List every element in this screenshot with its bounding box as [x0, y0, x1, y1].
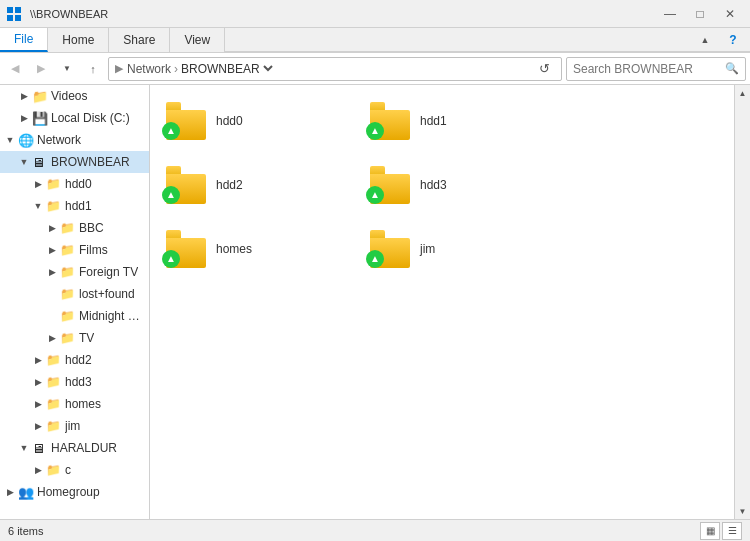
- file-item-jim[interactable]: ▲ jim: [362, 221, 562, 277]
- folder-icon-hdd2: ▲: [166, 166, 208, 204]
- right-scrollbar: ▲ ▼: [734, 85, 750, 519]
- folder-icon-hdd1: ▲: [370, 102, 412, 140]
- up-button[interactable]: ↑: [82, 58, 104, 80]
- path-arrow: ▶: [115, 62, 123, 75]
- sidebar-item-hdd1[interactable]: ▼ 📁 hdd1: [0, 195, 149, 217]
- file-area: ▲ hdd0 ▲ hdd1 ▲ hdd2: [150, 85, 734, 519]
- toggle-tv[interactable]: ▶: [44, 333, 60, 343]
- sidebar-item-midnightsun[interactable]: ▶ 📁 Midnight Sun: [0, 305, 149, 327]
- toggle-homegroup[interactable]: ▶: [2, 487, 18, 497]
- sidebar-item-jim[interactable]: ▶ 📁 jim: [0, 415, 149, 437]
- sidebar: ▶ 📁 Videos ▶ 💾 Local Disk (C:) ▼ 🌐 Netwo…: [0, 85, 150, 519]
- toggle-hdd1[interactable]: ▼: [30, 201, 46, 211]
- refresh-button[interactable]: ↺: [533, 58, 555, 80]
- sidebar-item-localdisk[interactable]: ▶ 💾 Local Disk (C:): [0, 107, 149, 129]
- homegroup-icon: 👥: [18, 485, 34, 500]
- toggle-foreigntv[interactable]: ▶: [44, 267, 60, 277]
- view-buttons: ▦ ☰: [700, 522, 742, 540]
- bbc-icon: 📁: [60, 221, 76, 235]
- file-label-hdd2: hdd2: [216, 178, 243, 192]
- sidebar-label-localdisk: Local Disk (C:): [51, 111, 130, 125]
- file-item-hdd2[interactable]: ▲ hdd2: [158, 157, 358, 213]
- file-item-homes[interactable]: ▲ homes: [158, 221, 358, 277]
- tab-file[interactable]: File: [0, 28, 48, 52]
- file-item-hdd1[interactable]: ▲ hdd1: [362, 93, 562, 149]
- main-area: ▶ 📁 Videos ▶ 💾 Local Disk (C:) ▼ 🌐 Netwo…: [0, 85, 750, 519]
- forward-button[interactable]: ▶: [30, 58, 52, 80]
- file-label-hdd3: hdd3: [420, 178, 447, 192]
- scroll-track: [735, 101, 751, 503]
- foreigntv-icon: 📁: [60, 265, 76, 279]
- sidebar-item-network[interactable]: ▼ 🌐 Network: [0, 129, 149, 151]
- help-button[interactable]: ?: [722, 29, 744, 51]
- sidebar-item-hdd2[interactable]: ▶ 📁 hdd2: [0, 349, 149, 371]
- sidebar-item-homes[interactable]: ▶ 📁 homes: [0, 393, 149, 415]
- breadcrumb-network[interactable]: Network: [127, 62, 171, 76]
- sidebar-item-lostfound[interactable]: ▶ 📁 lost+found: [0, 283, 149, 305]
- toggle-localdisk[interactable]: ▶: [16, 113, 32, 123]
- sidebar-label-tv: TV: [79, 331, 94, 345]
- file-label-jim: jim: [420, 242, 435, 256]
- sidebar-label-jim: jim: [65, 419, 80, 433]
- details-view-button[interactable]: ☰: [722, 522, 742, 540]
- sidebar-item-tv[interactable]: ▶ 📁 TV: [0, 327, 149, 349]
- address-path-container[interactable]: ▶ Network › BROWNBEAR ▼ ↺: [108, 57, 562, 81]
- sidebar-item-videos[interactable]: ▶ 📁 Videos: [0, 85, 149, 107]
- toggle-hdd3[interactable]: ▶: [30, 377, 46, 387]
- search-icon: 🔍: [725, 62, 739, 75]
- window-title: \\BROWNBEAR: [30, 8, 108, 20]
- sidebar-item-films[interactable]: ▶ 📁 Films: [0, 239, 149, 261]
- recent-locations-button[interactable]: ▼: [56, 58, 78, 80]
- toggle-jim[interactable]: ▶: [30, 421, 46, 431]
- c-icon: 📁: [46, 463, 62, 477]
- folder-icon-homes: ▲: [166, 230, 208, 268]
- scroll-down-button[interactable]: ▼: [735, 503, 751, 519]
- breadcrumb-brownbear[interactable]: BROWNBEAR: [181, 62, 260, 76]
- back-button[interactable]: ◀: [4, 58, 26, 80]
- sidebar-item-homegroup[interactable]: ▶ 👥 Homegroup: [0, 481, 149, 503]
- sidebar-label-foreigntv: Foreign TV: [79, 265, 138, 279]
- svg-rect-2: [7, 15, 13, 21]
- toggle-c[interactable]: ▶: [30, 465, 46, 475]
- sidebar-item-bbc[interactable]: ▶ 📁 BBC: [0, 217, 149, 239]
- sidebar-item-c[interactable]: ▶ 📁 c: [0, 459, 149, 481]
- sidebar-label-hdd0: hdd0: [65, 177, 92, 191]
- toggle-bbc[interactable]: ▶: [44, 223, 60, 233]
- toggle-hdd2[interactable]: ▶: [30, 355, 46, 365]
- tab-home[interactable]: Home: [48, 28, 109, 52]
- file-item-hdd3[interactable]: ▲ hdd3: [362, 157, 562, 213]
- maximize-button[interactable]: □: [686, 3, 714, 25]
- close-button[interactable]: ✕: [716, 3, 744, 25]
- sidebar-item-hdd3[interactable]: ▶ 📁 hdd3: [0, 371, 149, 393]
- toggle-brownbear[interactable]: ▼: [16, 157, 32, 167]
- large-icons-view-button[interactable]: ▦: [700, 522, 720, 540]
- scroll-up-button[interactable]: ▲: [735, 85, 751, 101]
- tab-view[interactable]: View: [170, 28, 225, 52]
- tab-share[interactable]: Share: [109, 28, 170, 52]
- path-dropdown[interactable]: ▼: [260, 60, 276, 77]
- title-bar: \\BROWNBEAR — □ ✕: [0, 0, 750, 28]
- toggle-hdd0[interactable]: ▶: [30, 179, 46, 189]
- sidebar-label-hdd1: hdd1: [65, 199, 92, 213]
- toggle-films[interactable]: ▶: [44, 245, 60, 255]
- toggle-homes[interactable]: ▶: [30, 399, 46, 409]
- address-bar: ◀ ▶ ▼ ↑ ▶ Network › BROWNBEAR ▼ ↺ 🔍: [0, 53, 750, 85]
- file-item-hdd0[interactable]: ▲ hdd0: [158, 93, 358, 149]
- sidebar-label-lostfound: lost+found: [79, 287, 135, 301]
- videos-icon: 📁: [32, 89, 48, 104]
- ribbon-collapse-button[interactable]: ▲: [694, 29, 716, 51]
- hdd2-icon: 📁: [46, 353, 62, 367]
- sidebar-item-haraldur[interactable]: ▼ 🖥 HARALDUR: [0, 437, 149, 459]
- sidebar-item-hdd0[interactable]: ▶ 📁 hdd0: [0, 173, 149, 195]
- search-input[interactable]: [573, 62, 725, 76]
- hdd1-icon: 📁: [46, 199, 62, 213]
- toggle-network[interactable]: ▼: [2, 135, 18, 145]
- haraldur-icon: 🖥: [32, 441, 48, 456]
- minimize-button[interactable]: —: [656, 3, 684, 25]
- sidebar-item-brownbear[interactable]: ▼ 🖥 BROWNBEAR: [0, 151, 149, 173]
- toggle-videos[interactable]: ▶: [16, 91, 32, 101]
- toggle-haraldur[interactable]: ▼: [16, 443, 32, 453]
- homes-icon: 📁: [46, 397, 62, 411]
- title-bar-left: \\BROWNBEAR: [6, 6, 108, 22]
- sidebar-item-foreigntv[interactable]: ▶ 📁 Foreign TV: [0, 261, 149, 283]
